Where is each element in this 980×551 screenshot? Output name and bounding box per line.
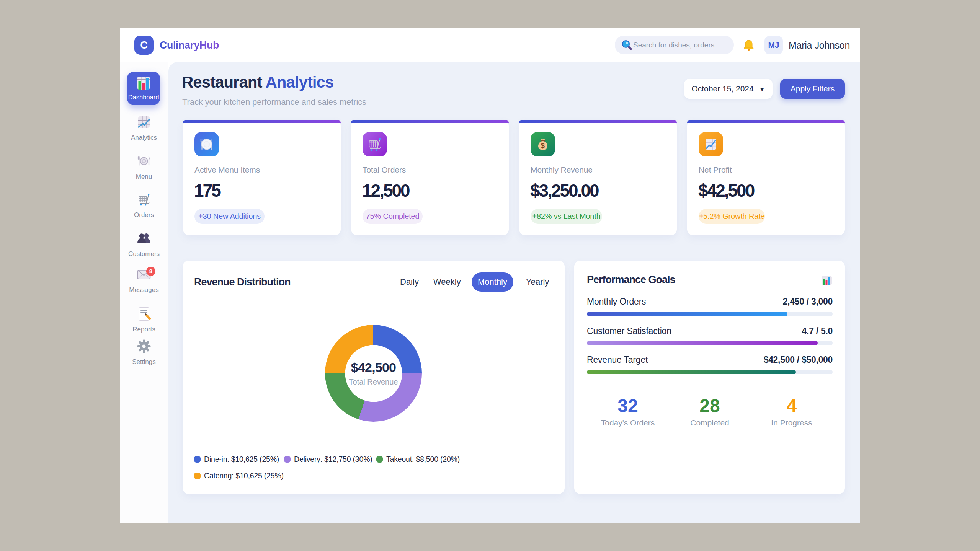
svg-text:$: $ — [541, 142, 545, 150]
